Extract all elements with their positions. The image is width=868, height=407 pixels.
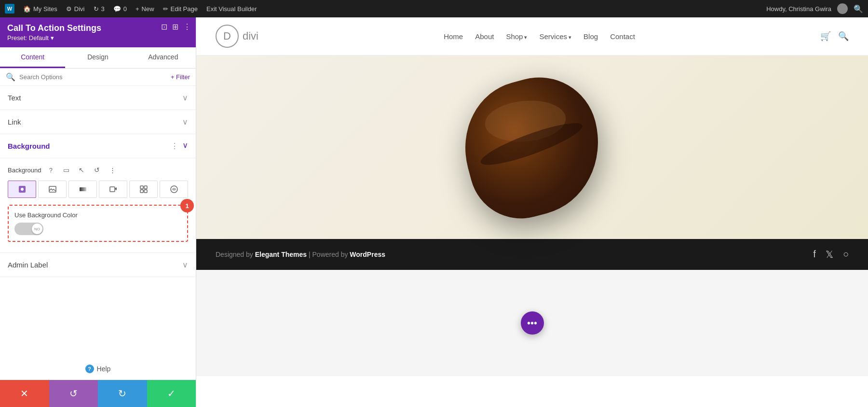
svg-rect-5 [140, 186, 143, 189]
logo-text: divi [243, 30, 258, 42]
nav-home[interactable]: Home [444, 32, 463, 41]
panel-search-bar: 🔍 + Filter [0, 69, 196, 86]
chevron-up-icon: ∧ [182, 141, 188, 151]
twitter-icon[interactable]: 𝕏 [826, 249, 833, 260]
bg-color-toggle[interactable]: NO [14, 223, 43, 235]
bg-type-gradient[interactable] [68, 181, 97, 198]
nav-icons: 🛒 🔍 [820, 31, 849, 42]
site-logo: D divi [216, 25, 258, 48]
panel-preset[interactable]: Preset: Default ▾ [7, 34, 189, 42]
new-link[interactable]: + New [136, 5, 154, 13]
settings-panel: Call To Action Settings Preset: Default … [0, 17, 196, 407]
svg-rect-8 [144, 190, 147, 193]
more-options-icon[interactable]: ⋮ [183, 22, 191, 31]
panel-tabs: Content Design Advanced [0, 47, 196, 69]
toggle-circle: NO [32, 224, 42, 234]
search-input[interactable] [19, 73, 167, 81]
section-text[interactable]: Text ∨ [0, 86, 196, 110]
comments-link[interactable]: 💬 0 [113, 5, 127, 13]
use-background-color-box: Use Background Color NO 1 [8, 205, 188, 242]
panel-footer: ✕ ↺ ↻ ✓ [0, 380, 196, 407]
panel-header-icons: ⊡ ⊞ ⋮ [161, 22, 191, 31]
section-admin-label[interactable]: Admin Label ∨ [0, 253, 196, 277]
notification-badge: 1 [180, 199, 194, 212]
section-text-label: Text [8, 94, 21, 102]
bg-type-video[interactable] [99, 181, 127, 198]
nav-blog[interactable]: Blog [583, 32, 598, 41]
chevron-down-icon: ∨ [182, 93, 188, 102]
reset-icon[interactable]: ↺ [91, 164, 103, 176]
redo-button[interactable]: ↻ [98, 380, 147, 407]
search-icon[interactable]: 🔍 [854, 4, 863, 14]
footer-credits: Designed by Elegant Themes | Powered by … [216, 251, 385, 258]
site-navigation: D divi Home About Shop Services Blog Con… [196, 17, 868, 56]
bg-label-row: Background ? ▭ ↖ ↺ ⋮ [8, 164, 188, 176]
compact-view-icon[interactable]: ⊡ [161, 22, 167, 31]
chevron-down-icon: ∨ [182, 260, 188, 269]
background-section-content: Background ? ▭ ↖ ↺ ⋮ [0, 158, 196, 253]
help-icon[interactable]: ? [45, 164, 56, 176]
exit-builder-link[interactable]: Exit Visual Builder [206, 5, 257, 13]
avatar[interactable] [837, 3, 848, 14]
svg-rect-3 [80, 187, 86, 191]
background-section-menu-icon[interactable]: ⋮ [171, 141, 178, 151]
mobile-icon[interactable]: ▭ [60, 164, 72, 176]
wp-logo[interactable]: W [5, 4, 14, 14]
arrow-icon[interactable]: ↖ [76, 164, 87, 176]
cancel-button[interactable]: ✕ [0, 380, 49, 407]
nav-services[interactable]: Services [540, 32, 572, 41]
bg-type-pattern[interactable] [129, 181, 158, 198]
section-admin-label-text: Admin Label [8, 261, 48, 269]
section-link-label: Link [8, 118, 21, 126]
site-footer: Designed by Elegant Themes | Powered by … [196, 239, 868, 270]
admin-bar-right: Howdy, Christina Gwira 🔍 [766, 3, 863, 14]
main-area: D divi Home About Shop Services Blog Con… [196, 17, 868, 407]
help-circle-icon: ? [85, 365, 94, 373]
divi-link[interactable]: ⚙ Divi [66, 5, 85, 13]
svg-point-1 [21, 188, 24, 191]
bg-type-color[interactable] [8, 181, 36, 198]
tab-advanced[interactable]: Advanced [131, 47, 196, 68]
bg-field-label: Background [8, 167, 41, 174]
section-link[interactable]: Link ∨ [0, 110, 196, 134]
more-icon[interactable]: ⋮ [107, 164, 118, 176]
footer-social: f 𝕏 ○ [813, 249, 849, 260]
nav-shop[interactable]: Shop [506, 32, 527, 41]
floating-action-button[interactable]: ••• [521, 311, 544, 335]
panel-header: Call To Action Settings Preset: Default … [0, 17, 196, 47]
help-label[interactable]: Help [97, 365, 111, 373]
chevron-down-icon: ∨ [182, 117, 188, 126]
my-sites[interactable]: 🏠 My Sites [23, 5, 57, 13]
search-icon[interactable]: 🔍 [838, 31, 849, 42]
bg-type-image[interactable] [38, 181, 67, 198]
bg-type-mask[interactable] [160, 181, 188, 198]
tab-content[interactable]: Content [0, 47, 65, 68]
save-button[interactable]: ✓ [147, 380, 196, 407]
filter-button[interactable]: + Filter [171, 73, 190, 81]
cart-icon[interactable]: 🛒 [820, 31, 831, 42]
svg-rect-6 [144, 186, 147, 189]
section-background[interactable]: Background ⋮ ∧ [0, 134, 196, 158]
undo-button[interactable]: ↺ [49, 380, 98, 407]
facebook-icon[interactable]: f [813, 249, 816, 260]
dots-icon: ••• [527, 318, 537, 329]
instagram-icon[interactable]: ○ [843, 249, 849, 260]
svg-rect-4 [110, 187, 115, 192]
use-bg-color-label: Use Background Color [14, 211, 181, 219]
columns-icon[interactable]: ⊞ [172, 22, 178, 31]
nav-links: Home About Shop Services Blog Contact [444, 32, 635, 41]
bg-type-tabs [8, 181, 188, 198]
edit-page-link[interactable]: ✏ Edit Page [163, 5, 198, 13]
updates-link[interactable]: ↻ 3 [94, 5, 105, 13]
logo-icon: D [216, 25, 239, 48]
hero-section [196, 56, 868, 239]
below-footer-area: ••• [196, 270, 868, 376]
tab-design[interactable]: Design [65, 47, 130, 68]
svg-rect-7 [140, 190, 143, 193]
section-background-label: Background [8, 142, 50, 150]
panel-content: Text ∨ Link ∨ Background ⋮ ∧ Background … [0, 86, 196, 407]
wp-admin-bar: W 🏠 My Sites ⚙ Divi ↻ 3 💬 0 + New ✏ Edit… [0, 0, 868, 17]
search-icon: 🔍 [6, 72, 15, 82]
nav-about[interactable]: About [475, 32, 494, 41]
nav-contact[interactable]: Contact [610, 32, 635, 41]
